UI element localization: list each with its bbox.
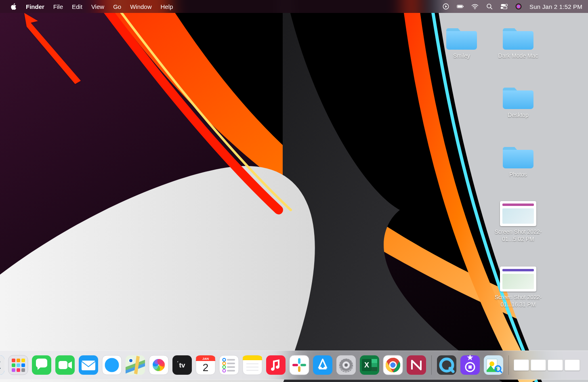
svg-rect-72 (266, 355, 286, 375)
dock-app-music[interactable] (266, 355, 286, 375)
dock-separator (508, 355, 509, 375)
folder-icon (502, 23, 535, 50)
dock-app-photos[interactable] (149, 355, 169, 375)
svg-rect-92 (339, 364, 340, 366)
menu-window[interactable]: Window (126, 3, 156, 10)
svg-rect-28 (17, 368, 20, 372)
desktop-item-label: Screen Shot 2022-01...5.02 PM (488, 229, 548, 243)
dock-trash[interactable] (583, 355, 588, 375)
dock-app-messages[interactable] (32, 355, 52, 375)
menu-bar-clock[interactable]: Sun Jan 2 1:52 PM (529, 3, 582, 10)
menu-bar: Finder File Edit View Go Window Help (0, 0, 588, 13)
spotlight-icon[interactable] (486, 3, 493, 10)
dock-app-chrome[interactable] (383, 355, 403, 375)
desktop-item-label: Dark Mode Mac (498, 52, 538, 60)
svg-rect-88 (345, 372, 347, 372)
dock-app-facetime[interactable] (55, 355, 75, 375)
svg-line-7 (491, 8, 492, 9)
svg-point-13 (517, 4, 521, 9)
folder-icon (445, 23, 478, 50)
dock-app-reminders[interactable] (219, 355, 239, 375)
desktop-screenshot[interactable]: Screen Shot 2022-01...5.02 PM (488, 201, 548, 243)
app-menu[interactable]: Finder (21, 3, 49, 10)
svg-rect-41 (149, 355, 168, 375)
dock-app-finder[interactable] (0, 355, 5, 375)
screenshot-thumbnail-icon (500, 267, 536, 292)
minimized-window[interactable] (548, 359, 563, 371)
minimized-window[interactable] (514, 359, 529, 371)
dock-app-notes[interactable] (242, 355, 262, 375)
svg-text:tv: tv (179, 361, 185, 369)
dock-app-calendar[interactable]: JAN2 (195, 355, 216, 375)
control-center-icon[interactable] (500, 3, 508, 10)
desktop-folder[interactable]: Smiley (431, 23, 492, 60)
wifi-icon[interactable] (471, 3, 479, 10)
svg-rect-84 (352, 365, 353, 367)
dock-app-maps[interactable] (125, 355, 145, 375)
svg-rect-74 (298, 358, 300, 364)
desktop-folder[interactable]: Dark Mode Mac (488, 23, 548, 60)
svg-rect-78 (313, 355, 332, 375)
menu-help[interactable]: Help (156, 3, 178, 10)
dock-app-quicktime[interactable] (437, 355, 457, 375)
svg-rect-105 (372, 367, 377, 371)
desktop-item-label: Desktop (508, 112, 528, 119)
svg-rect-21 (12, 359, 15, 362)
dock-app-ninox[interactable] (406, 355, 426, 375)
dock-app-settings[interactable] (336, 355, 356, 375)
dock: tv JAN2 X ★ (0, 351, 588, 380)
svg-rect-3 (458, 6, 462, 8)
svg-rect-59 (227, 359, 235, 361)
svg-rect-10 (503, 7, 507, 9)
siri-icon[interactable] (515, 3, 522, 10)
svg-point-119 (489, 361, 494, 366)
desktop-item-label: Smiley (453, 52, 470, 60)
svg-rect-4 (463, 6, 464, 7)
menu-go[interactable]: Go (109, 3, 126, 10)
svg-rect-116 (468, 365, 472, 369)
battery-icon[interactable] (457, 3, 464, 10)
minimized-window[interactable] (565, 359, 580, 371)
svg-rect-17 (0, 355, 4, 375)
dock-minimized-windows (514, 359, 580, 371)
menu-file[interactable]: File (49, 3, 67, 10)
dock-app-excel[interactable]: X (359, 355, 380, 375)
desktop-screenshot[interactable]: Screen Shot 2022-01...16.31 PM (488, 267, 548, 308)
desktop-item-label: Photos (509, 171, 527, 178)
svg-rect-29 (21, 368, 25, 372)
svg-point-5 (475, 8, 475, 9)
now-playing-icon[interactable] (442, 3, 449, 10)
svg-rect-76 (298, 366, 300, 372)
screenshot-thumbnail-icon (500, 201, 536, 226)
svg-rect-25 (17, 363, 20, 367)
minimized-window[interactable] (531, 359, 546, 371)
svg-point-83 (344, 363, 348, 367)
svg-rect-63 (227, 366, 235, 368)
dock-app-safari[interactable] (102, 355, 122, 375)
svg-rect-77 (292, 364, 298, 366)
svg-text:JAN: JAN (202, 357, 209, 361)
folder-icon (502, 83, 535, 109)
svg-rect-26 (21, 363, 25, 367)
svg-rect-22 (17, 359, 20, 362)
dock-app-appstore[interactable] (313, 355, 333, 375)
desktop: Finder File Edit View Go Window Help (0, 0, 588, 382)
svg-rect-75 (300, 364, 306, 366)
dock-app-mail[interactable] (78, 355, 99, 375)
dock-app-appletv[interactable]: tv (172, 355, 192, 375)
dock-separator (431, 355, 432, 375)
apple-menu[interactable] (6, 3, 21, 10)
dock-app-slack[interactable] (289, 355, 309, 375)
desktop-folder[interactable]: Photos (488, 142, 548, 178)
dock-app-imovie[interactable]: ★ (460, 355, 480, 375)
svg-point-9 (505, 4, 507, 6)
svg-text:X: X (364, 361, 369, 369)
svg-rect-32 (59, 361, 67, 369)
svg-point-11 (501, 7, 503, 9)
dock-app-preview[interactable] (483, 355, 504, 375)
menu-edit[interactable]: Edit (67, 3, 87, 10)
svg-rect-57 (219, 355, 239, 375)
dock-app-launchpad[interactable] (8, 355, 28, 375)
menu-view[interactable]: View (87, 3, 109, 10)
desktop-folder[interactable]: Desktop (488, 83, 548, 119)
